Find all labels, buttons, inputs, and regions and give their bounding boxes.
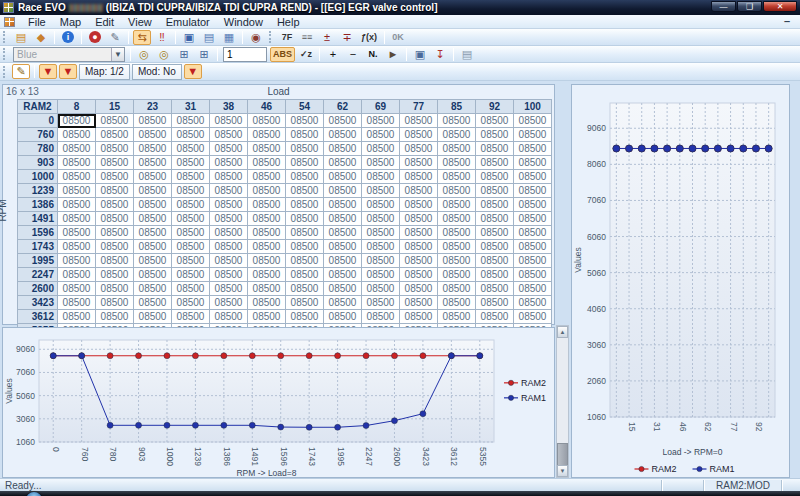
bit-view-icon[interactable]: ≡≡ [298, 30, 316, 45]
grid-cell[interactable]: 08500 [476, 310, 514, 324]
scroll-down-icon[interactable]: ▼ [557, 465, 568, 477]
add-icon[interactable]: + [324, 47, 342, 62]
grid-cell[interactable]: 08500 [476, 170, 514, 184]
grid-cell[interactable]: 08500 [248, 268, 286, 282]
grid-cell[interactable]: 08500 [286, 184, 324, 198]
grid-col-header[interactable]: 23 [134, 100, 172, 114]
grid-cell[interactable]: 08500 [58, 310, 96, 324]
grid-cell[interactable]: 08500 [476, 198, 514, 212]
grid-cell[interactable]: 08500 [514, 170, 552, 184]
grid-row-header[interactable]: 1000 [18, 170, 58, 184]
edit-pencil-button[interactable]: ✎ [12, 64, 30, 79]
grid-cell[interactable]: 08500 [172, 268, 210, 282]
grid-cell[interactable]: 08500 [514, 184, 552, 198]
open-map-icon[interactable]: ▤ [12, 30, 30, 45]
grid-cell[interactable]: 08500 [438, 226, 476, 240]
grid-cell[interactable]: 08500 [514, 156, 552, 170]
scroll-up-icon[interactable]: ▲ [557, 326, 568, 338]
grid-cell[interactable]: 08500 [400, 184, 438, 198]
grid-cell[interactable]: 08500 [210, 184, 248, 198]
grid-cell[interactable]: 08500 [324, 268, 362, 282]
grid-cell[interactable]: 08500 [134, 212, 172, 226]
grid-cell[interactable]: 08500 [286, 296, 324, 310]
grid-cell[interactable]: 08500 [96, 212, 134, 226]
grid-cell[interactable]: 08500 [362, 170, 400, 184]
grid-cell[interactable]: 08500 [248, 142, 286, 156]
grid-cell[interactable]: 08500 [172, 240, 210, 254]
grid-col-header[interactable]: 62 [324, 100, 362, 114]
compare-maps-icon[interactable]: ⇆ [133, 30, 151, 45]
grid-cell[interactable]: 08500 [514, 128, 552, 142]
grid-cell[interactable]: 08500 [134, 282, 172, 296]
grid-cell[interactable]: 08500 [96, 282, 134, 296]
grid-cell[interactable]: 08500 [58, 114, 96, 128]
grid-row-header[interactable]: 903 [18, 156, 58, 170]
normalize-icon[interactable]: N. [364, 47, 382, 62]
menu-item-help[interactable]: Help [270, 15, 307, 29]
grid-cell[interactable]: 08500 [286, 212, 324, 226]
hand-edit-icon[interactable]: ► [384, 47, 402, 62]
grid-cell[interactable]: 08500 [210, 282, 248, 296]
grid-cell[interactable]: 08500 [362, 268, 400, 282]
grid-cell[interactable]: 08500 [172, 212, 210, 226]
abs-button[interactable]: ABS [270, 47, 295, 62]
grid-cell[interactable]: 08500 [514, 254, 552, 268]
function-icon[interactable]: ƒ(x) [358, 30, 380, 45]
grid-cell[interactable]: 08500 [210, 240, 248, 254]
grid-row-header[interactable]: 1743 [18, 240, 58, 254]
grid-cell[interactable]: 08500 [172, 142, 210, 156]
grid-cell[interactable]: 08500 [286, 240, 324, 254]
grid-cell[interactable]: 08500 [210, 268, 248, 282]
grid-cell[interactable]: 08500 [58, 128, 96, 142]
mdi-minimize-icon[interactable]: – [784, 15, 790, 27]
grid-cell[interactable]: 08500 [438, 240, 476, 254]
grid-cell[interactable]: 08500 [172, 282, 210, 296]
report-icon[interactable]: ▤ [200, 30, 218, 45]
grid-cell[interactable]: 08500 [476, 282, 514, 296]
grid-cell[interactable]: 08500 [172, 296, 210, 310]
grid-col-header[interactable]: 38 [210, 100, 248, 114]
grid-cell[interactable]: 08500 [438, 198, 476, 212]
grid-cell[interactable]: 08500 [210, 170, 248, 184]
grid-row-header[interactable]: 760 [18, 128, 58, 142]
grid-col-header[interactable]: 31 [172, 100, 210, 114]
grid-row-header[interactable]: 3423 [18, 296, 58, 310]
find-prev-icon[interactable]: ◎ [135, 47, 153, 62]
grid-cell[interactable]: 08500 [286, 156, 324, 170]
grid-cell[interactable]: 08500 [58, 184, 96, 198]
grid-cell[interactable]: 08500 [210, 198, 248, 212]
grid-cell[interactable]: 08500 [286, 142, 324, 156]
grid-cell[interactable]: 08500 [400, 240, 438, 254]
grid-cell[interactable]: 08500 [96, 128, 134, 142]
keyboard-icon[interactable]: ▦ [220, 30, 238, 45]
grid-cell[interactable]: 08500 [362, 128, 400, 142]
grid-cell[interactable]: 08500 [438, 282, 476, 296]
grid-cell[interactable]: 08500 [58, 142, 96, 156]
grid-cell[interactable]: 08500 [96, 296, 134, 310]
grid-col-header[interactable]: 100 [514, 100, 552, 114]
grid-cell[interactable]: 08500 [210, 156, 248, 170]
chevron-down-icon[interactable]: ▼ [111, 48, 124, 61]
grid-cell[interactable]: 08500 [476, 156, 514, 170]
grid-cell[interactable]: 08500 [172, 114, 210, 128]
checksum-icon[interactable]: 0K [389, 30, 407, 45]
grid-cell[interactable]: 08500 [248, 254, 286, 268]
grid-cell[interactable]: 08500 [438, 212, 476, 226]
grid-cell[interactable]: 08500 [134, 310, 172, 324]
grid-cell[interactable]: 08500 [476, 226, 514, 240]
grid-cell[interactable]: 08500 [324, 128, 362, 142]
grid-cell[interactable]: 08500 [210, 296, 248, 310]
grid-row-header[interactable]: 0 [18, 114, 58, 128]
grid-row-header[interactable]: 1239 [18, 184, 58, 198]
find-next-icon[interactable]: ◎ [155, 47, 173, 62]
grid-cell[interactable]: 08500 [58, 156, 96, 170]
grid-cell[interactable]: 08500 [514, 240, 552, 254]
grid-row-header[interactable]: 1596 [18, 226, 58, 240]
grid-cell[interactable]: 08500 [400, 156, 438, 170]
grid-col-header[interactable]: 85 [438, 100, 476, 114]
menu-item-emulator[interactable]: Emulator [159, 15, 217, 29]
copy-icon[interactable]: ▣ [411, 47, 429, 62]
grid-cell[interactable]: 08500 [476, 142, 514, 156]
grid-cell[interactable]: 08500 [96, 170, 134, 184]
grid-cell[interactable]: 08500 [172, 254, 210, 268]
